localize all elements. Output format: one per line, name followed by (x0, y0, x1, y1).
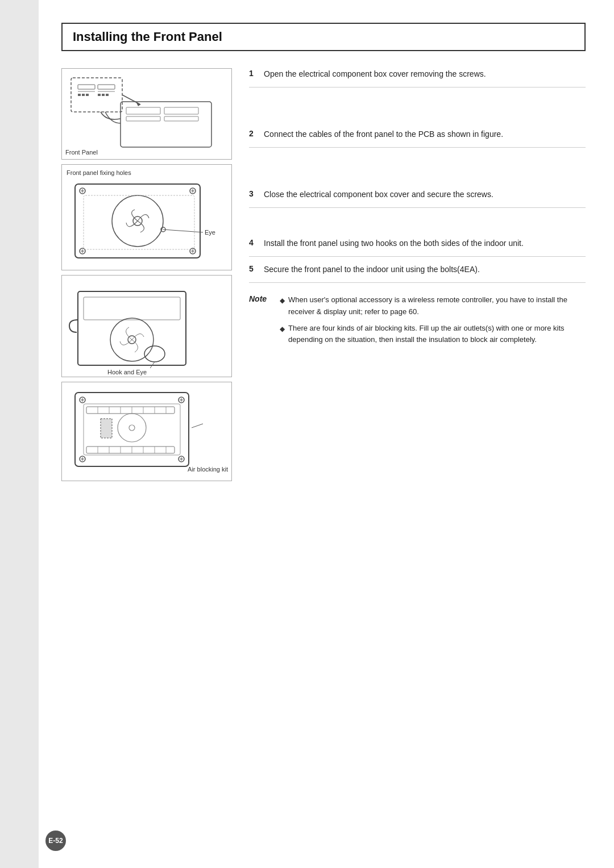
step-5-line: 5 Secure the front panel to the indoor u… (249, 264, 586, 276)
svg-point-41 (144, 346, 165, 362)
page-wrapper: Installing the Front Panel (0, 0, 614, 868)
main-content: Installing the Front Panel (39, 0, 614, 868)
diagram-2: Front panel fixing holes (61, 164, 232, 270)
diagram-3-svg (67, 280, 220, 368)
svg-rect-14 (126, 107, 160, 114)
step-4-section: 4 Install the front panel using two hook… (249, 237, 586, 257)
svg-rect-38 (84, 297, 180, 320)
diagram-3-label: Hook and Eye (107, 369, 147, 375)
step-1-line: 1 Open the electrical component box cove… (249, 68, 586, 80)
note-diamond-1: ◆ (280, 295, 285, 318)
svg-rect-7 (86, 94, 89, 96)
svg-rect-36 (84, 195, 194, 249)
step-4-text: Install the front panel using two hooks … (264, 237, 524, 249)
svg-rect-65 (86, 446, 175, 453)
svg-rect-13 (121, 102, 211, 147)
step-3-text: Close the electrical component box cover… (264, 189, 493, 201)
svg-rect-16 (126, 116, 160, 121)
step-4-number: 4 (249, 238, 258, 247)
diagram-1: Front Panel (61, 68, 232, 160)
svg-rect-37 (78, 291, 186, 365)
step-3-line: 3 Close the electrical component box cov… (249, 189, 586, 201)
page-number-text: E-52 (48, 837, 63, 845)
step-5-number: 5 (249, 264, 258, 273)
note-content: ◆ When user's optional accessory is a wi… (280, 294, 586, 350)
step-1-section: 1 Open the electrical component box cove… (249, 68, 586, 87)
svg-rect-17 (164, 116, 198, 121)
svg-rect-1 (78, 85, 95, 89)
diagram-2-svg: Eye (67, 178, 220, 264)
diagram-3: Hook and Eye (61, 275, 232, 377)
step-5-section: 5 Secure the front panel to the indoor u… (249, 264, 586, 283)
note-section: Note ◆ When user's optional accessory is… (249, 290, 586, 350)
svg-rect-57 (86, 407, 175, 414)
step-2-text: Connect the cables of the front panel to… (264, 128, 503, 140)
step-2-section: 2 Connect the cables of the front panel … (249, 128, 586, 148)
svg-line-75 (192, 424, 203, 428)
svg-line-33 (163, 229, 203, 232)
svg-rect-9 (102, 94, 105, 96)
step-2-line: 2 Connect the cables of the front panel … (249, 128, 586, 140)
note-item-2: ◆ There are four kinds of air blocking k… (280, 323, 586, 347)
diagrams-column: Front Panel Front panel fixing holes (61, 68, 232, 486)
svg-rect-8 (98, 94, 101, 96)
svg-rect-5 (78, 94, 81, 96)
content-area: Front Panel Front panel fixing holes (61, 68, 586, 486)
step-5-text: Secure the front panel to the indoor uni… (264, 264, 480, 276)
svg-rect-6 (82, 94, 85, 96)
svg-rect-10 (106, 94, 109, 96)
instructions-column: 1 Open the electrical component box cove… (232, 68, 586, 486)
step-2-number: 2 (249, 129, 258, 138)
diagram-4: Air blocking kit (61, 382, 232, 481)
left-sidebar (0, 0, 39, 868)
svg-rect-2 (98, 85, 115, 89)
diagram-4-svg (67, 387, 220, 472)
step-4-line: 4 Install the front panel using two hook… (249, 237, 586, 249)
page-number-badge: E-52 (45, 831, 66, 851)
diagram-1-svg (67, 73, 220, 153)
step-1-number: 1 (249, 69, 258, 78)
svg-text:Eye: Eye (205, 229, 215, 236)
note-label: Note (249, 294, 272, 350)
diagram-2-title: Front panel fixing holes (67, 169, 227, 176)
svg-point-74 (129, 425, 135, 431)
step-3-section: 3 Close the electrical component box cov… (249, 189, 586, 208)
step-3-number: 3 (249, 189, 258, 198)
diagram-1-label: Front Panel (65, 149, 98, 156)
note-text-1: When user's optional accessory is a wire… (288, 294, 586, 318)
note-diamond-2: ◆ (280, 324, 285, 347)
svg-rect-15 (164, 107, 198, 114)
diagram-4-label: Air blocking kit (188, 466, 228, 473)
page-title: Installing the Front Panel (73, 30, 574, 44)
note-text-2: There are four kinds of air blocking kit… (288, 323, 586, 347)
note-item-1: ◆ When user's optional accessory is a wi… (280, 294, 586, 318)
step-1-text: Open the electrical component box cover … (264, 68, 486, 80)
svg-point-73 (118, 414, 146, 442)
page-title-box: Installing the Front Panel (61, 23, 586, 51)
